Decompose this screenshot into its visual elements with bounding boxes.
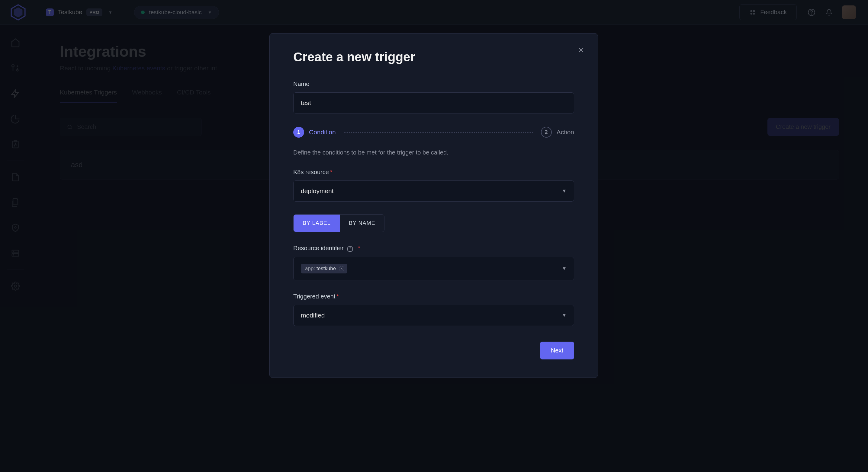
notifications-button[interactable] (823, 6, 835, 19)
next-button[interactable]: Next (540, 342, 574, 360)
k8s-resource-label: K8s resource* (293, 169, 574, 176)
create-trigger-modal: Create a new trigger Name test 1 Conditi… (270, 33, 598, 378)
step-indicator: 1 Condition 2 Action (293, 127, 574, 138)
org-name: Testkube (58, 9, 82, 16)
condition-help-text: Define the conditions to be met for the … (293, 149, 574, 156)
modal-title: Create a new trigger (293, 50, 574, 64)
svg-point-7 (811, 13, 811, 14)
env-name: testkube-cloud-basic (149, 9, 202, 16)
topbar: T Testkube PRO ▼ testkube-cloud-basic ▼ … (0, 0, 868, 25)
step-condition[interactable]: 1 Condition (293, 127, 336, 138)
k8s-resource-select[interactable]: deployment ▼ (293, 180, 574, 202)
close-icon (577, 46, 585, 54)
name-input[interactable]: test (293, 92, 574, 113)
identifier-mode-toggle: BY LABEL BY NAME (293, 214, 384, 232)
remove-tag-button[interactable]: ✕ (339, 266, 344, 271)
resource-identifier-label: Resource identifier ? * (293, 245, 574, 252)
svg-rect-5 (753, 12, 755, 14)
env-switcher[interactable]: testkube-cloud-basic ▼ (134, 6, 219, 19)
resource-identifier-input[interactable]: app: testkube ✕ ▼ (293, 257, 574, 280)
chevron-down-icon: ▼ (562, 266, 566, 271)
testkube-logo[interactable] (9, 3, 27, 22)
chevron-down-icon: ▼ (108, 10, 113, 15)
svg-marker-1 (14, 7, 23, 18)
close-button[interactable] (577, 46, 585, 56)
svg-rect-4 (750, 12, 752, 14)
slack-icon (749, 9, 756, 16)
help-icon (808, 8, 815, 16)
toggle-by-name[interactable]: BY NAME (340, 214, 384, 232)
org-switcher[interactable]: T Testkube PRO ▼ (42, 6, 116, 19)
chevron-down-icon: ▼ (562, 188, 566, 194)
name-label: Name (293, 80, 574, 88)
org-avatar: T (46, 8, 54, 16)
feedback-label: Feedback (760, 9, 787, 16)
toggle-by-label[interactable]: BY LABEL (293, 214, 340, 232)
triggered-event-label: Triggered event* (293, 293, 574, 300)
bell-icon (826, 9, 833, 16)
user-avatar[interactable] (842, 5, 856, 19)
feedback-button[interactable]: Feedback (739, 4, 797, 20)
svg-rect-2 (750, 10, 752, 12)
info-icon[interactable]: ? (347, 246, 353, 252)
chevron-down-icon: ▼ (208, 10, 212, 15)
help-button[interactable] (805, 6, 818, 19)
chevron-down-icon: ▼ (562, 313, 566, 318)
svg-rect-3 (753, 10, 755, 12)
status-dot-icon (141, 10, 145, 14)
pro-badge: PRO (86, 8, 102, 16)
step-divider (344, 132, 533, 133)
triggered-event-select[interactable]: modified ▼ (293, 305, 574, 326)
step-action[interactable]: 2 Action (541, 127, 574, 138)
label-tag: app: testkube ✕ (301, 264, 347, 273)
